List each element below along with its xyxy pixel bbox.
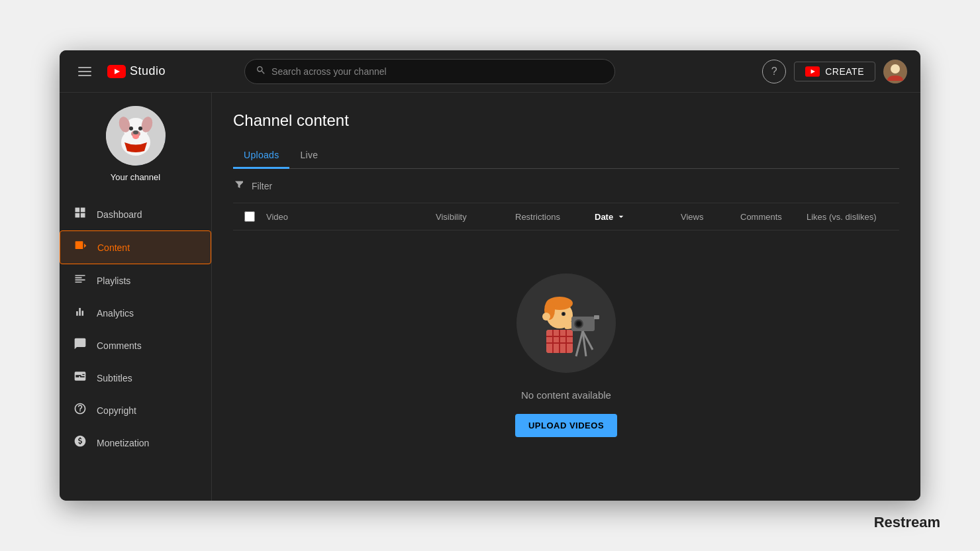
th-video: Video — [266, 212, 436, 222]
channel-avatar-section: Your channel — [106, 106, 166, 182]
sort-icon — [616, 211, 626, 222]
top-bar: Studio ? CREATE — [60, 50, 920, 93]
svg-rect-2 — [78, 75, 91, 76]
create-label: CREATE — [825, 66, 864, 77]
search-bar — [244, 59, 615, 84]
logo-area: Studio — [107, 64, 166, 78]
user-avatar-icon — [883, 60, 907, 83]
svg-rect-38 — [594, 315, 599, 319]
svg-rect-1 — [78, 71, 91, 72]
help-icon: ? — [771, 66, 777, 77]
empty-state: No content available UPLOAD VIDEOS — [233, 230, 899, 477]
th-restrictions: Restrictions — [515, 212, 595, 222]
search-input[interactable] — [271, 66, 604, 77]
select-all-checkbox-wrap — [233, 211, 266, 222]
svg-point-14 — [129, 126, 133, 130]
main-area: Your channel Dashboard — [60, 93, 920, 501]
svg-point-37 — [577, 322, 581, 326]
help-button[interactable]: ? — [762, 60, 786, 83]
sidebar-item-dashboard[interactable]: Dashboard — [60, 198, 211, 230]
sidebar-item-comments[interactable]: Comments — [60, 329, 211, 362]
sidebar-item-monetization-label: Monetization — [97, 438, 149, 448]
analytics-icon — [73, 305, 87, 321]
channel-name: Your channel — [111, 172, 160, 182]
sidebar-item-playlists[interactable]: Playlists — [60, 264, 211, 297]
svg-point-32 — [563, 313, 565, 315]
playlists-icon — [73, 272, 87, 289]
page-title: Channel content — [233, 111, 899, 130]
tab-live[interactable]: Live — [289, 143, 328, 169]
svg-point-17 — [132, 134, 139, 139]
sidebar-item-analytics[interactable]: Analytics — [60, 297, 211, 329]
browser-window: Studio ? CREATE — [60, 50, 920, 501]
th-likes: Likes (vs. dislikes) — [807, 212, 899, 222]
create-button[interactable]: CREATE — [794, 62, 875, 81]
monetization-icon — [73, 434, 87, 451]
svg-point-15 — [138, 126, 142, 130]
youtube-logo-icon — [107, 65, 126, 78]
table-header: Video Visibility Restrictions Date Views… — [233, 203, 899, 230]
sidebar-item-subtitles-label: Subtitles — [97, 373, 132, 383]
svg-point-8 — [891, 64, 900, 74]
filter-label: Filter — [252, 181, 272, 191]
subtitles-icon — [73, 370, 87, 386]
sidebar-item-monetization[interactable]: Monetization — [60, 426, 211, 459]
empty-state-illustration — [513, 270, 619, 376]
dashboard-icon — [73, 206, 87, 223]
content-area: Channel content Uploads Live Filter Vide… — [212, 93, 920, 501]
select-all-checkbox[interactable] — [244, 211, 255, 222]
sidebar-item-analytics-label: Analytics — [97, 308, 134, 319]
svg-rect-0 — [78, 67, 91, 68]
svg-rect-19 — [75, 241, 83, 249]
sidebar-item-content[interactable]: Content — [60, 230, 211, 264]
user-avatar-button[interactable] — [883, 60, 907, 83]
tab-uploads[interactable]: Uploads — [233, 143, 289, 169]
upload-videos-button[interactable]: UPLOAD VIDEOS — [515, 414, 617, 437]
sidebar-item-playlists-label: Playlists — [97, 276, 130, 286]
sidebar: Your channel Dashboard — [60, 93, 212, 501]
tabs: Uploads Live — [233, 143, 899, 169]
sidebar-item-dashboard-label: Dashboard — [97, 209, 142, 220]
filter-row: Filter — [233, 169, 899, 203]
sidebar-item-copyright-label: Copyright — [97, 405, 136, 416]
channel-avatar[interactable] — [106, 106, 166, 166]
sidebar-item-comments-label: Comments — [97, 340, 142, 351]
app-title: Studio — [130, 64, 166, 78]
sidebar-item-copyright[interactable]: Copyright — [60, 394, 211, 426]
svg-point-18 — [133, 130, 138, 134]
hamburger-button[interactable] — [73, 60, 97, 83]
th-date: Date — [595, 211, 681, 222]
sidebar-item-subtitles[interactable]: Subtitles — [60, 362, 211, 394]
empty-state-text: No content available — [521, 389, 611, 401]
sidebar-item-content-label: Content — [97, 242, 130, 253]
comments-icon — [73, 337, 87, 354]
th-comments: Comments — [740, 212, 807, 222]
watermark: Restream — [874, 514, 940, 531]
th-visibility: Visibility — [436, 212, 515, 222]
content-icon — [74, 239, 88, 256]
svg-point-33 — [542, 313, 550, 321]
filter-icon — [233, 178, 245, 193]
sidebar-nav: Dashboard Content — [60, 198, 211, 459]
create-yt-icon — [805, 66, 820, 77]
search-icon — [256, 65, 266, 78]
top-right: ? CREATE — [762, 60, 907, 83]
th-views: Views — [681, 212, 740, 222]
copyright-icon — [73, 402, 87, 419]
channel-avatar-illustration — [106, 106, 166, 166]
